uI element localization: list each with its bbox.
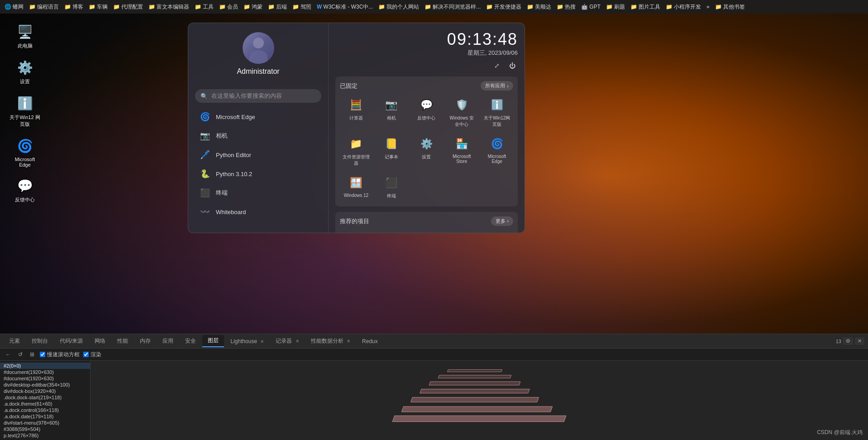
app-item-3[interactable]: 🐍 Python 3.10.2	[195, 164, 321, 183]
desktop-icon-4[interactable]: 💬 反馈中心	[9, 177, 41, 203]
devtools-tab-lighthouse[interactable]: Lighthouse ✕	[225, 336, 269, 346]
desktop-icon-1[interactable]: ⚙️ 设置	[9, 58, 41, 85]
devtools-tab-代码/来源[interactable]: 代码/来源	[54, 335, 88, 347]
pinned-item-4[interactable]: ℹ️ 关于Win12网 页版	[481, 94, 513, 130]
taskbar-top-item-2[interactable]: 📁博客	[62, 3, 85, 11]
all-apps-button[interactable]: 所有应用 ›	[481, 81, 513, 91]
rec-item-1[interactable]: 🖼️ 可口可乐瓶盖.jpg 7 分钟前	[428, 230, 514, 233]
devtools-tab-内存[interactable]: 内存	[134, 335, 156, 347]
taskbar-top-item-9[interactable]: 📁后端	[266, 3, 289, 11]
pinned-item-9[interactable]: 🌀 Microsoft Edge	[481, 133, 513, 169]
devtools-tab-性能数据分析[interactable]: 性能数据分析 ✕	[305, 335, 356, 347]
devtools-tab-记录器[interactable]: 记录器 ✕	[270, 335, 304, 347]
taskbar-top-item-3[interactable]: 📁车辆	[87, 3, 110, 11]
devtools-close-icon[interactable]: ✕	[855, 337, 864, 345]
tree-item-11[interactable]: p.text(276×786)	[0, 432, 90, 439]
rec-name-1: 可口可乐瓶盖.jpg	[450, 233, 510, 234]
taskbar-top-item-12[interactable]: 📁我的个人网站	[377, 3, 421, 11]
desktop-icon-label-3: Microsoft Edge	[9, 157, 41, 167]
arrow-icon[interactable]: ←	[4, 350, 13, 359]
pinned-item-11[interactable]: ⬛ 终端	[375, 172, 408, 202]
taskbar-top-item-18[interactable]: 📁刷题	[604, 3, 627, 11]
devtools-settings-icon[interactable]: ⚙	[843, 337, 853, 345]
desktop-icon-0[interactable]: 🖥️ 此电脑	[9, 23, 41, 49]
pinned-item-1[interactable]: 📷 相机	[375, 94, 408, 130]
taskbar-top-item-1[interactable]: 📁编程语言	[27, 3, 61, 11]
taskbar-top-item-22[interactable]: 📁其他书签	[713, 3, 747, 11]
devtools-tab-图层[interactable]: 图层	[202, 335, 224, 347]
app-item-1[interactable]: 📷 相机	[195, 126, 321, 145]
pinned-label-7: 设置	[422, 154, 431, 160]
taskbar-top-item-16[interactable]: 📁热搜	[555, 3, 577, 11]
pinned-item-3[interactable]: 🛡️ Windows 安 全中心	[445, 94, 478, 130]
user-avatar[interactable]	[243, 32, 274, 64]
pinned-item-10[interactable]: 🪟 Windows 12	[340, 172, 372, 202]
slow-scroll-checkbox[interactable]: 慢速滚动方框	[40, 351, 80, 359]
taskbar-top-item-19[interactable]: 📁图片工具	[629, 3, 662, 11]
tab-close-icon[interactable]: ✕	[347, 339, 350, 344]
app-item-2[interactable]: 🖊️ Python Editor	[195, 145, 321, 164]
taskbar-top-item-4[interactable]: 📁代理配置	[111, 3, 145, 11]
tab-close-icon[interactable]: ✕	[296, 339, 299, 344]
app-item-4[interactable]: ⬛ 终端	[195, 183, 321, 202]
refresh-icon[interactable]: ↺	[16, 350, 24, 359]
pinned-item-5[interactable]: 📁 文件资源管理 器	[340, 133, 372, 169]
tree-item-9[interactable]: div#start-menu(978×605)	[0, 420, 90, 426]
more-button[interactable]: 更多 ›	[491, 216, 513, 226]
desktop-icon-3[interactable]: 🌀 Microsoft Edge	[9, 137, 41, 167]
desktop-icon-2[interactable]: ℹ️ 关于Win12 网页版	[9, 94, 41, 128]
devtools-tab-控制台[interactable]: 控制台	[26, 335, 53, 347]
devtools-tab-性能[interactable]: 性能	[112, 335, 134, 347]
tree-item-8[interactable]: .a.dock.date(179×118)	[0, 413, 90, 420]
pinned-item-7[interactable]: ⚙️ 设置	[410, 133, 443, 169]
taskbar-top-item-15[interactable]: 📁美顺达	[525, 3, 553, 11]
tb-icon-1: 📁	[29, 4, 36, 10]
tree-item-10[interactable]: #3088(599×504)	[0, 426, 90, 432]
taskbar-top-item-8[interactable]: 📁鸿蒙	[242, 3, 264, 11]
tree-item-5[interactable]: .dock.dock-start(219×118)	[0, 394, 90, 401]
power-icon[interactable]: ⏻	[507, 60, 518, 71]
taskbar-top-item-17[interactable]: 🤖GPT	[579, 4, 602, 10]
tree-item-4[interactable]: div#dock-box(1920×40)	[0, 388, 90, 394]
taskbar-top-item-7[interactable]: 📁会员	[217, 3, 240, 11]
app-icon-4: ⬛	[199, 187, 211, 199]
devtools-tree: #2(0×0)#document(1920×630)#document(1920…	[0, 361, 91, 440]
devtools-tab-元素[interactable]: 元素	[4, 335, 25, 347]
pinned-item-6[interactable]: 📒 记事本	[375, 133, 408, 169]
render-checkbox[interactable]: 渲染	[83, 351, 101, 359]
tree-item-0[interactable]: #2(0×0)	[0, 363, 90, 369]
rec-item-0[interactable]: 📊 科学地使用瓶盖.pptx 5 分钟前	[340, 230, 425, 233]
tab-close-icon[interactable]: ✕	[260, 339, 264, 344]
taskbar-top-item-13[interactable]: 📁解决不同浏览器样...	[423, 3, 482, 11]
devtools-tab-redux[interactable]: Redux	[357, 336, 383, 346]
tb-icon-4: 📁	[113, 4, 120, 10]
tree-item-3[interactable]: div#desktop-editbar(354×100)	[0, 382, 90, 388]
taskbar-top-item-6[interactable]: 📁工具	[193, 3, 215, 11]
tree-item-6[interactable]: .a.dock.theme(61×60)	[0, 401, 90, 407]
tree-item-2[interactable]: #document(1920×630)	[0, 375, 90, 382]
pinned-label-10: Windows 12	[344, 193, 368, 198]
tree-item-7[interactable]: .a.dock.control(166×118)	[0, 407, 90, 413]
pinned-item-8[interactable]: 🏪 Microsoft Store	[445, 133, 478, 169]
app-item-6[interactable]: 🛡️ Windows 安全中心	[195, 221, 321, 224]
devtools-tab-应用[interactable]: 应用	[157, 335, 179, 347]
layer-3d-view	[393, 364, 565, 437]
resize-icon[interactable]: ⊞	[28, 350, 36, 359]
taskbar-top-item-21[interactable]: »	[705, 4, 711, 10]
app-item-0[interactable]: 🌀 Microsoft Edge	[195, 107, 321, 126]
pinned-item-2[interactable]: 💬 反馈中心	[410, 94, 443, 130]
search-box[interactable]: 🔍 在这里输入你要搜索的内容	[195, 89, 321, 103]
pinned-item-0[interactable]: 🧮 计算器	[340, 94, 372, 130]
devtools-tab-安全[interactable]: 安全	[180, 335, 201, 347]
taskbar-top-item-20[interactable]: 📁小程序开发	[664, 3, 703, 11]
devtools-tab-网络[interactable]: 网络	[89, 335, 111, 347]
tree-item-1[interactable]: #document(1920×630)	[0, 369, 90, 375]
taskbar-top-item-10[interactable]: 📁驾照	[291, 3, 313, 11]
app-label-3: Python 3.10.2	[216, 171, 252, 177]
app-item-5[interactable]: 〰️ Whiteboard	[195, 202, 321, 221]
taskbar-top-item-14[interactable]: 📁开发便捷器	[484, 3, 523, 11]
expand-icon[interactable]: ⤢	[491, 60, 502, 71]
taskbar-top-item-0[interactable]: 🌐蟠网	[3, 3, 25, 11]
taskbar-top-item-5[interactable]: 📁富文本编辑器	[147, 3, 191, 11]
taskbar-top-item-11[interactable]: WW3C标准 - W3C中...	[315, 3, 375, 11]
